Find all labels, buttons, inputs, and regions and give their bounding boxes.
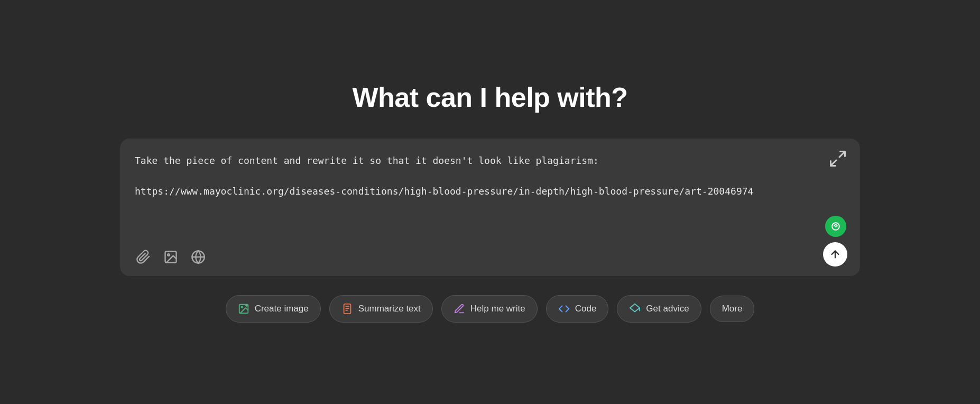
input-container: Take the piece of content and rewrite it…	[120, 139, 860, 276]
message-input[interactable]: Take the piece of content and rewrite it…	[135, 153, 845, 238]
help-me-write-label: Help me write	[470, 304, 525, 314]
create-image-button[interactable]: Create image	[226, 295, 321, 323]
more-button[interactable]: More	[710, 296, 755, 322]
code-icon	[558, 303, 570, 315]
svg-point-5	[168, 254, 170, 256]
send-button[interactable]	[823, 242, 847, 267]
help-me-write-button[interactable]: Help me write	[441, 295, 538, 323]
add-media-button[interactable]	[162, 249, 179, 265]
summarize-text-button[interactable]: Summarize text	[329, 295, 433, 323]
svg-line-1	[831, 160, 837, 166]
attach-file-button[interactable]	[135, 249, 152, 265]
create-image-icon	[238, 303, 249, 315]
get-advice-icon	[629, 303, 641, 315]
summarize-text-icon	[341, 303, 353, 315]
svg-line-0	[839, 152, 845, 158]
summarize-text-label: Summarize text	[358, 304, 421, 314]
svg-rect-3	[835, 226, 837, 227]
svg-point-10	[241, 306, 243, 308]
grammarly-button[interactable]	[824, 215, 847, 238]
more-label: More	[722, 304, 743, 314]
create-image-label: Create image	[255, 304, 309, 314]
grammarly-icon	[825, 216, 846, 237]
help-write-icon	[454, 303, 465, 315]
get-advice-button[interactable]: Get advice	[617, 295, 701, 323]
code-label: Code	[575, 304, 597, 314]
expand-button[interactable]	[828, 149, 847, 168]
toolbar-icons	[135, 240, 845, 265]
page-title: What can I help with?	[352, 81, 627, 113]
action-buttons-row: Create image Summarize text Help me writ…	[226, 295, 755, 323]
search-web-button[interactable]	[190, 249, 207, 265]
get-advice-label: Get advice	[646, 304, 689, 314]
code-button[interactable]: Code	[546, 295, 609, 323]
